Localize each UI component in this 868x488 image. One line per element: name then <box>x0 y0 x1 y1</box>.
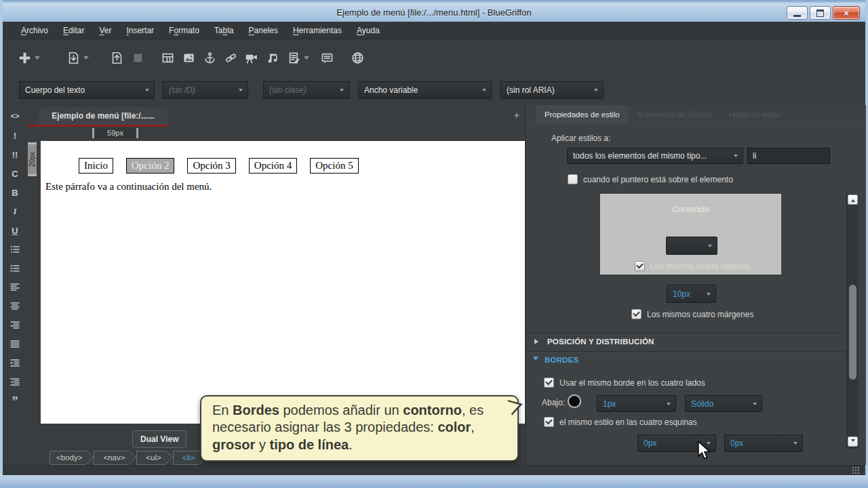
underline-icon[interactable]: U <box>5 221 24 240</box>
scroll-down-button[interactable] <box>848 436 858 447</box>
canvas-menu-item[interactable]: Opción 2 <box>126 158 174 174</box>
open-file-icon[interactable] <box>66 51 80 64</box>
canvas-menu-item[interactable]: Opción 5 <box>310 158 358 174</box>
panel-tab[interactable]: Supervisor de Scripts <box>629 105 720 124</box>
apply-target-select[interactable]: todos los elementos del mismo tipo... <box>567 148 743 164</box>
target-element-field[interactable]: li <box>747 148 830 164</box>
justify-icon[interactable] <box>5 335 24 354</box>
menu-formato[interactable]: Formato <box>161 23 207 38</box>
dropdown-caret-icon[interactable] <box>303 51 310 64</box>
outdent-icon[interactable] <box>5 373 24 392</box>
panel-scrollbar[interactable] <box>846 194 859 449</box>
menu-herramientas[interactable]: Herramientas <box>285 23 349 38</box>
same-corners-checkbox[interactable] <box>544 417 554 427</box>
border-color-swatch[interactable] <box>568 394 581 408</box>
globe-icon[interactable] <box>351 51 364 64</box>
add-icon[interactable] <box>18 51 31 64</box>
same-paddings-checkbox[interactable] <box>635 261 645 271</box>
canvas-paragraph[interactable]: Este párrafo va a continuación del menú. <box>45 181 525 192</box>
same-corners-row: el mismo estilo en las cuatro esquinas <box>544 417 697 427</box>
source-view-icon[interactable]: <> <box>5 107 24 126</box>
chevron-down-icon <box>707 293 711 298</box>
scrollbar-thumb[interactable] <box>849 285 856 380</box>
panel-tab[interactable]: Propiedades de estilo <box>536 105 629 124</box>
menu-ver[interactable]: Ver <box>92 23 119 38</box>
menu-editar[interactable]: Editar <box>56 23 92 38</box>
section-borders-label: BORDES <box>545 356 578 364</box>
dropdown-caret-icon[interactable] <box>34 51 41 64</box>
breadcrumb-item[interactable]: <li> <box>173 451 199 465</box>
align-left-icon[interactable] <box>5 278 24 297</box>
menu-ayuda[interactable]: Ayuda <box>349 23 387 38</box>
editor-canvas[interactable]: InicioOpción 2Opción 3Opción 4Opción 5 E… <box>41 141 525 424</box>
numbered-list-icon[interactable] <box>5 259 24 278</box>
section-borders[interactable]: BORDES <box>526 351 846 367</box>
tutorial-callout: En Bordes podemos añadir un contorno, es… <box>200 395 519 462</box>
canvas-menu-item[interactable]: Opción 3 <box>187 158 235 174</box>
width-mode-select[interactable]: Ancho variable <box>358 81 492 99</box>
panel-tabs: Propiedades de estiloSupervisor de Scrip… <box>536 105 789 124</box>
margin-value-select[interactable]: 10px <box>667 285 716 303</box>
dropdown-caret-icon[interactable] <box>83 51 90 64</box>
dual-view-button[interactable]: Dual View <box>132 430 186 448</box>
section-position-label: POSICIÓN Y DISTRIBUCIÓN <box>547 338 654 346</box>
align-right-icon[interactable] <box>5 316 24 335</box>
video-icon[interactable] <box>244 51 258 64</box>
italic-icon[interactable]: I <box>5 202 24 221</box>
element-class-select[interactable]: (sin clase) <box>263 81 349 99</box>
form-icon[interactable] <box>287 51 300 64</box>
chevron-down-icon <box>734 155 738 159</box>
exclamation-icon[interactable]: ! <box>5 126 24 145</box>
callout-text: En Bordes podemos añadir un contorno, es… <box>212 403 484 452</box>
indent-icon[interactable] <box>5 354 24 373</box>
scroll-up-button[interactable] <box>848 195 858 205</box>
class-icon[interactable]: C <box>5 164 24 183</box>
new-tab-button[interactable]: + <box>511 108 523 121</box>
breadcrumb-item[interactable]: <nav> <box>94 451 129 465</box>
border-width-select[interactable]: 1px <box>597 395 676 412</box>
canvas-menu-item[interactable]: Inicio <box>79 158 113 174</box>
document-tab[interactable]: Ejemplo de menú [file:/...... <box>39 107 167 125</box>
corner-radius-select-2[interactable]: 0px <box>724 434 803 452</box>
anchor-icon[interactable] <box>203 51 216 64</box>
maximize-button[interactable] <box>810 6 831 20</box>
canvas-menu-item[interactable]: Opción 4 <box>249 158 297 174</box>
link-icon[interactable] <box>224 51 237 64</box>
same-margins-checkbox[interactable] <box>631 309 642 319</box>
table-icon[interactable] <box>161 51 174 64</box>
quote-icon[interactable]: ” <box>5 392 24 411</box>
audio-icon[interactable] <box>265 51 279 64</box>
bold-icon[interactable]: B <box>5 183 24 202</box>
double-exclamation-icon[interactable]: !! <box>5 145 24 164</box>
vertical-ruler-indicator: 20px <box>28 142 37 176</box>
paragraph-format-select[interactable]: Cuerpo del texto <box>19 81 155 99</box>
breadcrumb-item[interactable]: <body> <box>50 451 86 465</box>
minimize-button[interactable] <box>787 6 808 20</box>
print-icon[interactable] <box>131 51 144 64</box>
panel-tab[interactable]: Hojas de estilo <box>720 105 789 124</box>
resize-grip[interactable] <box>852 466 860 474</box>
element-id-select[interactable]: (sin ID) <box>163 81 248 99</box>
menu-tabla[interactable]: Tabla <box>207 23 241 38</box>
image-icon[interactable] <box>182 51 195 64</box>
save-file-icon[interactable] <box>110 51 123 64</box>
close-button[interactable]: × <box>833 6 860 20</box>
comment-icon[interactable] <box>320 51 334 64</box>
menu-insertar[interactable]: Insertar <box>119 23 161 38</box>
menu-paneles[interactable]: Paneles <box>241 23 285 38</box>
align-center-icon[interactable] <box>5 297 24 316</box>
aria-role-select[interactable]: (sin rol ARIA) <box>500 81 604 99</box>
arrow-up-icon <box>851 197 855 202</box>
border-style-select[interactable]: Sólido <box>685 395 762 412</box>
breadcrumb-item[interactable]: <ul> <box>136 451 165 465</box>
horizontal-ruler-value: 59px <box>94 128 136 138</box>
section-position[interactable]: POSICIÓN Y DISTRIBUCIÓN <box>526 333 846 349</box>
hover-checkbox[interactable] <box>568 174 578 184</box>
menu-archivo[interactable]: Archivo <box>14 23 56 38</box>
chevron-down-icon <box>708 245 712 249</box>
same-border-row: Usar el mismo borde en los cuatro lados <box>544 378 705 388</box>
titlebar: Ejemplo de menú [file:/.../menu.html] - … <box>3 3 865 22</box>
bullet-list-icon[interactable] <box>5 240 24 259</box>
padding-value-select[interactable] <box>666 237 717 255</box>
same-border-checkbox[interactable] <box>544 378 554 388</box>
